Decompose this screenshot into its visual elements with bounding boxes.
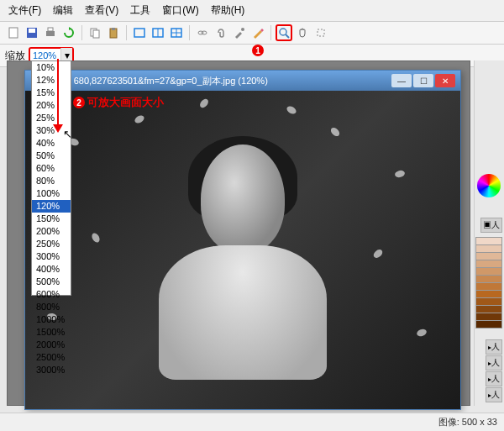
zoom-option[interactable]: 50%: [32, 150, 71, 162]
mini-label[interactable]: ▸人: [486, 371, 502, 386]
zoom-option[interactable]: 15%: [32, 87, 71, 99]
copy-icon[interactable]: [87, 24, 103, 41]
annotation-2: 2 可放大画面大小: [73, 95, 164, 110]
menubar: 文件(F) 编辑 查看(V) 工具 窗口(W) 帮助(H): [0, 0, 504, 22]
annotation-arrowhead: [53, 124, 63, 133]
zoom-icon[interactable]: [276, 24, 292, 41]
svg-rect-6: [93, 30, 99, 38]
hand-icon[interactable]: [294, 24, 311, 41]
zoom-option[interactable]: 3000%: [32, 364, 71, 376]
document-titlebar[interactable]: u 680,827623501&fm=27&gp=0_副本.jpg (120%)…: [25, 71, 460, 91]
zoom-option[interactable]: 2000%: [32, 339, 71, 351]
svg-point-18: [280, 29, 286, 35]
zoom-option[interactable]: 150%: [32, 213, 71, 225]
zoom-option[interactable]: 10%: [32, 61, 71, 74]
svg-rect-3: [46, 31, 55, 36]
zoom-option[interactable]: 12%: [32, 74, 71, 87]
color-swatch[interactable]: [475, 320, 502, 329]
zoom-dropdown[interactable]: 10%12%15%20%25%30%40%50%60%80%100%120%15…: [31, 60, 71, 296]
statusbar: 图像: 500 x 33: [0, 413, 504, 431]
mini-label[interactable]: ▸人: [486, 387, 502, 402]
pencil-icon[interactable]: [249, 24, 266, 41]
zoom-option[interactable]: 80%: [32, 175, 71, 187]
annotation-text-2: 可放大画面大小: [87, 95, 164, 110]
status-text: 图像: 500 x 33: [438, 416, 497, 428]
zoom-option[interactable]: 2500%: [32, 351, 71, 364]
separator: [189, 25, 190, 40]
separator: [81, 25, 82, 40]
svg-rect-8: [112, 28, 115, 30]
window3-icon[interactable]: [168, 24, 185, 41]
close-button[interactable]: ✕: [435, 74, 455, 87]
right-panel: ▣人 ▸人▸人▸人▸人: [474, 60, 504, 406]
mini-label[interactable]: ▸人: [486, 339, 502, 355]
panel-label[interactable]: ▣人: [480, 218, 502, 233]
menu-tools[interactable]: 工具: [125, 2, 155, 19]
document-window[interactable]: u 680,827623501&fm=27&gp=0_副本.jpg (120%)…: [24, 70, 461, 410]
menu-file[interactable]: 文件(F): [3, 2, 46, 19]
zoom-option[interactable]: 1500%: [32, 326, 71, 339]
mini-label[interactable]: ▸人: [486, 355, 502, 371]
reload-icon[interactable]: [60, 24, 77, 41]
zoom-option[interactable]: 200%: [32, 225, 71, 238]
separator: [270, 25, 271, 40]
new-icon[interactable]: [5, 24, 22, 41]
toolbar: [0, 22, 504, 45]
window-controls: — ☐ ✕: [391, 74, 455, 87]
cursor-icon: ↖: [63, 128, 72, 140]
menu-window[interactable]: 窗口(W): [157, 2, 203, 19]
zoom-option[interactable]: 400%: [32, 263, 71, 276]
svg-rect-9: [134, 29, 144, 37]
window1-icon[interactable]: [131, 24, 148, 41]
svg-rect-20: [318, 29, 324, 36]
menu-edit[interactable]: 编辑: [48, 2, 78, 19]
svg-point-17: [241, 28, 244, 31]
svg-rect-2: [29, 29, 35, 33]
minimize-button[interactable]: —: [391, 74, 412, 87]
zoom-option[interactable]: 250%: [32, 238, 71, 250]
window2-icon[interactable]: [150, 24, 166, 41]
annotation-badge-1: 1: [252, 45, 264, 56]
annotation-badge-2: 2: [73, 97, 85, 108]
zoom-option[interactable]: 600%: [32, 288, 71, 301]
svg-rect-0: [9, 28, 18, 38]
workspace: u 680,827623501&fm=27&gp=0_副本.jpg (120%)…: [7, 60, 470, 406]
zoom-option[interactable]: 25%: [32, 112, 71, 124]
menu-view[interactable]: 查看(V): [80, 2, 123, 19]
photo-image: [25, 91, 460, 409]
save-icon[interactable]: [24, 24, 40, 41]
annotation-arrow: [57, 59, 59, 128]
zoom-option[interactable]: 20%: [32, 99, 71, 112]
zoom-option[interactable]: 60%: [32, 162, 71, 175]
mini-labels: ▸人▸人▸人▸人: [486, 339, 502, 402]
swatch-strip: [475, 237, 502, 328]
color-wheel-icon[interactable]: [477, 174, 501, 197]
zoom-option[interactable]: 300%: [32, 250, 71, 263]
attach-icon[interactable]: [213, 24, 229, 41]
svg-line-19: [286, 34, 289, 38]
svg-rect-4: [48, 28, 53, 31]
zoom-option[interactable]: 800%: [32, 301, 71, 313]
crop-icon[interactable]: [312, 24, 329, 41]
maximize-button[interactable]: ☐: [413, 74, 433, 87]
print-icon[interactable]: [42, 24, 59, 41]
zoom-option[interactable]: 500%: [32, 276, 71, 288]
dropper-icon[interactable]: [231, 24, 248, 41]
separator: [126, 25, 127, 40]
svg-point-16: [202, 31, 207, 34]
link-icon[interactable]: [194, 24, 211, 41]
zoom-option[interactable]: 120%: [32, 200, 71, 213]
document-content[interactable]: [25, 91, 460, 409]
zoom-input[interactable]: [30, 50, 60, 60]
document-title: u 680,827623501&fm=27&gp=0_副本.jpg (120%): [45, 75, 391, 87]
menu-help[interactable]: 帮助(H): [206, 2, 250, 19]
zoom-option[interactable]: 1000%: [32, 313, 71, 326]
paste-icon[interactable]: [105, 24, 122, 41]
zoom-option[interactable]: 100%: [32, 187, 71, 200]
